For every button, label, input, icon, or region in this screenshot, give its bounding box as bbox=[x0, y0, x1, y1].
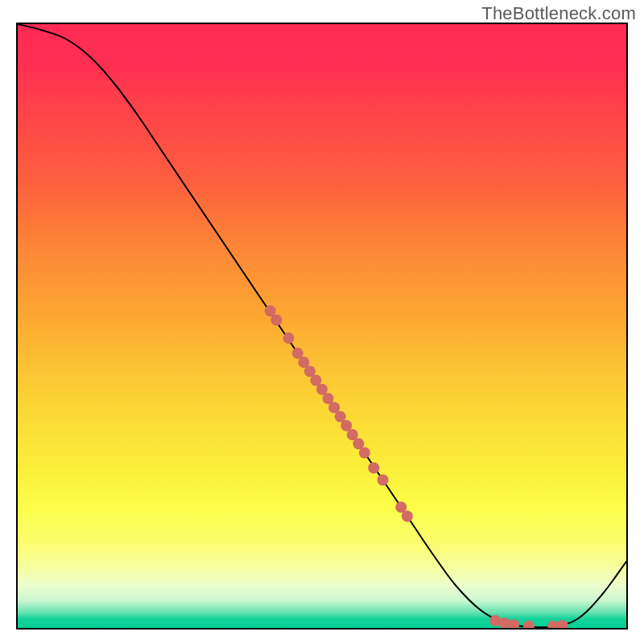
highlighted-points bbox=[265, 305, 568, 628]
data-point bbox=[270, 315, 282, 326]
data-point bbox=[283, 332, 294, 344]
data-point bbox=[402, 510, 413, 522]
curve-layer bbox=[18, 24, 626, 628]
plot-area bbox=[16, 23, 628, 630]
data-point bbox=[378, 474, 389, 485]
data-point bbox=[368, 462, 379, 473]
data-point bbox=[359, 448, 370, 459]
data-point bbox=[523, 621, 535, 628]
curve-path bbox=[18, 24, 626, 627]
watermark-text: TheBottleneck.com bbox=[481, 3, 636, 24]
data-point bbox=[557, 620, 568, 628]
bottleneck-curve bbox=[18, 24, 626, 627]
chart-container: TheBottleneck.com bbox=[0, 0, 644, 644]
data-point bbox=[508, 619, 519, 628]
